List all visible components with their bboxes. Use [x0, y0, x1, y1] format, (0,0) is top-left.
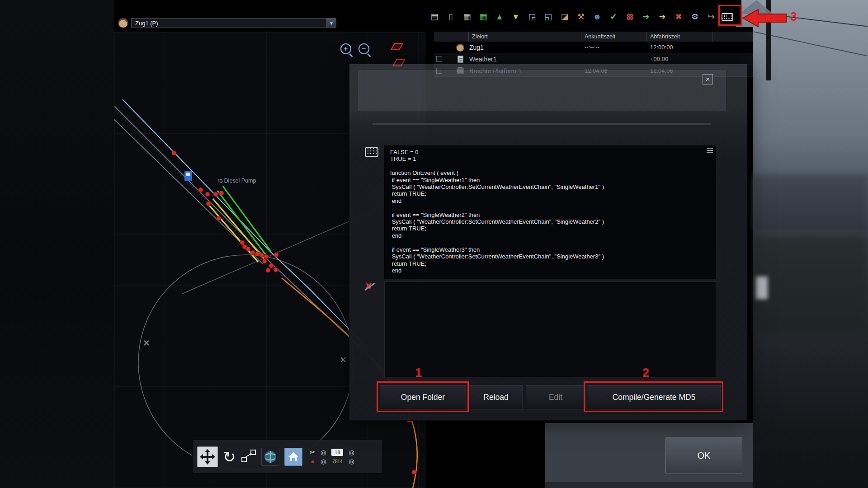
confirm-panel: OK — [545, 423, 753, 488]
annotation-box-3 — [718, 5, 742, 26]
lua-script-view[interactable]: FALSE = 0 TRUE = 1 function OnEvent ( ev… — [384, 145, 716, 279]
dialog-header-panel — [358, 70, 726, 111]
route-add-icon[interactable]: ➔ — [640, 11, 652, 23]
header-arrival[interactable]: Ankunftszeit — [581, 32, 646, 42]
script-dialog: ✕ FALSE = 0 TRUE = 1 function OnEvent ( … — [349, 64, 747, 421]
tool-options-grid: ✂ ◎ 18 ◎ ● ◎ 7514 ◎ — [310, 449, 354, 465]
annotation-box-1 — [377, 381, 469, 412]
building-silhouette — [753, 174, 868, 232]
toggle-icon[interactable]: ◎ — [321, 458, 326, 465]
exit-icon[interactable]: ↪ — [705, 11, 717, 23]
header-departure[interactable]: Abfahrtszeit — [646, 32, 712, 42]
cancel-route-icon[interactable]: ✖ — [673, 11, 684, 23]
map-tool-bar: ↻ ✂ ◎ 18 ◎ ● ◎ 7514 ◎ — [192, 440, 383, 474]
dialog-divider — [373, 123, 711, 125]
doc-settings-icon[interactable]: ⚙ — [689, 11, 701, 23]
annotation-arrow — [742, 8, 787, 28]
train-select-value: Zug1 (P) — [132, 20, 326, 27]
grid-size-field[interactable]: 18 — [331, 449, 343, 456]
chevron-down-icon[interactable]: ▼ — [326, 19, 336, 28]
grid-green-icon[interactable]: ▦ — [477, 11, 489, 23]
main-toolbar: ▤▯▦▦▲▼◲◱◪⚒☻✔▩➔➔✖⚙↪▥ — [429, 11, 750, 24]
home-icon[interactable] — [284, 448, 302, 466]
save-icon[interactable]: ▤ — [429, 11, 440, 23]
edit-button[interactable]: Edit — [526, 385, 585, 409]
signature-icon[interactable]: ✔ — [608, 11, 619, 23]
lower-terrain-icon[interactable]: ▼ — [510, 11, 522, 23]
train-driver-icon — [118, 18, 128, 28]
light-spot — [756, 277, 768, 299]
close-icon[interactable]: ✕ — [703, 74, 713, 84]
row-destination: Zug1 — [468, 44, 581, 51]
table-row[interactable]: Zug1--:--:--12:00:00 — [434, 42, 753, 53]
texture-grid-icon[interactable]: ▩ — [624, 11, 636, 23]
row-destination: Weather1 — [468, 56, 581, 63]
eep-editor-screen: { "window": { "dropdown_value": "Zug1 (P… — [0, 0, 868, 488]
train-driver-icon — [456, 43, 464, 52]
monitor-raise-icon[interactable]: ◲ — [526, 11, 538, 23]
row-departure-time: 12:00:00 — [646, 44, 712, 51]
schedule-table-header: Zielort Ankunftszeit Abfahrtszeit — [434, 32, 753, 42]
annotation-box-2 — [584, 381, 723, 412]
move-icon[interactable] — [197, 446, 218, 467]
annotation-number-3: 3 — [790, 10, 797, 24]
signal-flag-icon[interactable] — [391, 43, 405, 66]
cut-track-icon[interactable]: ✂ — [310, 449, 316, 455]
annotation-number-2: 2 — [642, 366, 649, 380]
train-select-dropdown[interactable]: Zug1 (P) ▼ — [131, 18, 336, 28]
row-checkbox[interactable] — [436, 56, 442, 62]
header-destination[interactable]: Zielort — [468, 32, 581, 42]
track-end-marker — [144, 341, 345, 362]
toggle-icon[interactable]: ◎ — [321, 449, 326, 455]
dimmed-scene-left — [0, 0, 114, 488]
grid-small-icon[interactable]: ▦ — [461, 11, 473, 23]
header-extra — [712, 32, 753, 42]
contacts-icon[interactable]: ☻ — [591, 11, 603, 23]
signal-marker-icon[interactable]: ● — [311, 458, 314, 465]
toggle-icon[interactable]: ◎ — [349, 449, 354, 455]
script-editor-icon — [365, 147, 378, 157]
monitor-lower-icon[interactable]: ◱ — [542, 11, 554, 23]
weather-doc-icon — [458, 56, 463, 63]
broom-icon[interactable]: ⚒ — [575, 11, 587, 23]
smooth-icon[interactable]: ◪ — [559, 11, 571, 23]
globe-icon[interactable] — [261, 448, 279, 466]
route-icon[interactable]: ➔ — [656, 11, 668, 23]
object-id-label: 7514 — [332, 459, 342, 464]
diesel-pump-icon — [184, 171, 192, 181]
header-spacer — [434, 32, 468, 42]
error-marker-icon: ✘ — [365, 282, 375, 291]
row-departure-time: +00:00 — [646, 56, 712, 62]
ok-button[interactable]: OK — [665, 437, 742, 474]
resize-gripper-icon[interactable] — [707, 148, 713, 155]
script-output-panel[interactable] — [384, 282, 716, 377]
annotation-number-1: 1 — [415, 366, 422, 380]
delete-icon[interactable]: ▯ — [445, 11, 457, 23]
rotate-icon[interactable]: ↻ — [223, 446, 236, 467]
zoom-out-icon[interactable]: − — [359, 43, 369, 54]
vegetation — [753, 235, 868, 334]
raise-terrain-icon[interactable]: ▲ — [494, 11, 505, 23]
zoom-in-icon[interactable]: + — [340, 43, 351, 54]
toggle-icon[interactable]: ◎ — [349, 458, 354, 465]
connect-track-icon[interactable] — [241, 448, 256, 465]
reload-button[interactable]: Reload — [469, 385, 523, 409]
row-arrival-time: --:--:-- — [581, 44, 646, 51]
diesel-pump-label: ro Diesel Pump — [217, 178, 256, 184]
